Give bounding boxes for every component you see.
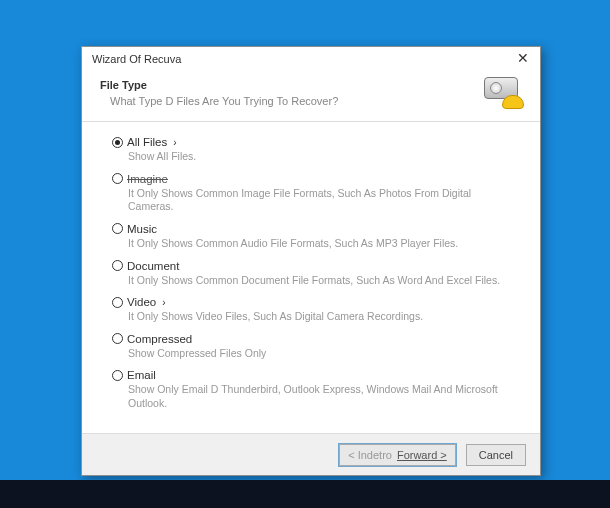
option-music[interactable]: Music It Only Shows Common Audio File Fo…: [112, 223, 516, 251]
forward-label: Forward >: [397, 449, 447, 461]
option-imagine[interactable]: Imagine It Only Shows Common Image File …: [112, 173, 516, 214]
option-document[interactable]: Document It Only Shows Common Document F…: [112, 260, 516, 288]
radio-icon[interactable]: [112, 370, 123, 381]
option-desc: It Only Shows Video Files, Such As Digit…: [112, 308, 507, 324]
option-email[interactable]: Email Show Only Email D Thunderbird, Out…: [112, 369, 516, 410]
close-icon[interactable]: ✕: [514, 50, 532, 68]
dialog-title: Wizard Of Recuva: [92, 53, 514, 65]
option-desc: Show Compressed Files Only: [112, 345, 507, 361]
caret-icon: ›: [173, 137, 176, 148]
titlebar: Wizard Of Recuva ✕: [82, 47, 540, 71]
option-desc: It Only Shows Common Image File Formats,…: [112, 185, 507, 214]
radio-icon[interactable]: [112, 260, 123, 271]
dialog-footer: < Indetro Forward > Cancel: [82, 433, 540, 475]
caret-icon: ›: [162, 297, 165, 308]
radio-icon[interactable]: [112, 137, 123, 148]
option-all-files[interactable]: All Files › Show All Files.: [112, 136, 516, 164]
option-compressed[interactable]: Compressed Show Compressed Files Only: [112, 333, 516, 361]
radio-icon[interactable]: [112, 173, 123, 184]
header-subtitle: What Type D Files Are You Trying To Reco…: [100, 95, 484, 107]
option-desc: Show Only Email D Thunderbird, Outlook E…: [112, 381, 507, 410]
option-desc: It Only Shows Common Audio File Formats,…: [112, 235, 507, 251]
option-desc: It Only Shows Common Document File Forma…: [112, 272, 507, 288]
option-video[interactable]: Video › It Only Shows Video Files, Such …: [112, 296, 516, 324]
options-list: All Files › Show All Files. Imagine It O…: [82, 122, 540, 454]
option-label: Video: [127, 296, 156, 308]
header-title: File Type: [100, 79, 484, 91]
harddrive-icon: [484, 77, 522, 107]
option-label: Music: [127, 223, 157, 235]
radio-icon[interactable]: [112, 297, 123, 308]
option-desc: Show All Files.: [112, 148, 507, 164]
option-label: Compressed: [127, 333, 192, 345]
back-label: < Indetro: [348, 449, 392, 461]
nav-button[interactable]: < Indetro Forward >: [339, 444, 456, 466]
radio-icon[interactable]: [112, 223, 123, 234]
taskbar[interactable]: [0, 480, 610, 508]
radio-icon[interactable]: [112, 333, 123, 344]
dialog-header: File Type What Type D Files Are You Tryi…: [82, 71, 540, 122]
option-label: Imagine: [127, 173, 168, 185]
option-label: Email: [127, 369, 156, 381]
option-label: Document: [127, 260, 179, 272]
cancel-button[interactable]: Cancel: [466, 444, 526, 466]
wizard-dialog: Wizard Of Recuva ✕ File Type What Type D…: [81, 46, 541, 476]
option-label: All Files: [127, 136, 167, 148]
